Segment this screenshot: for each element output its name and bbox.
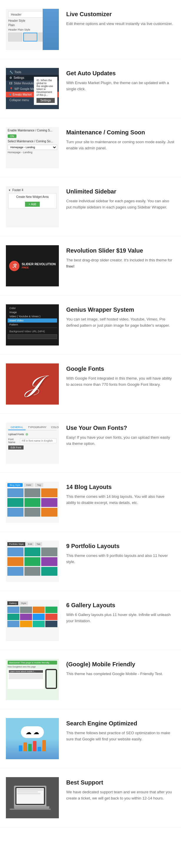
feature-content-portfolio: 9 Portfolio Layouts This theme comes wit… <box>66 541 175 565</box>
portfolio-thumb <box>24 567 40 576</box>
header-style-label: Header Style <box>8 19 32 22</box>
bar-3 <box>28 744 32 751</box>
font-name-input[interactable] <box>20 438 57 443</box>
homepage-option: Homepage - Landing <box>8 151 57 154</box>
blog-tab-date[interactable]: Date <box>24 483 34 487</box>
add-btn[interactable]: + Add <box>25 202 40 207</box>
feature-seo: ☁ ☁ Search Engine Optimized This theme f… <box>0 709 181 768</box>
tab-general[interactable]: GENERAL <box>8 425 26 430</box>
feature-blog-layouts: Blog Style Date Tag 14 Blog Layouts This… <box>0 473 181 532</box>
feature-title: Use Your Own Fonts? <box>66 424 175 432</box>
feature-content-gallery: 6 Gallery Layouts With 6 Gallery layouts… <box>66 600 175 624</box>
port-tab-edit[interactable]: Edit <box>26 542 34 546</box>
feature-image-blog: Blog Style Date Tag <box>6 482 59 523</box>
feature-genius-wrapper: Color Image Video ( Youtube & Vimeo ) In… <box>0 296 181 354</box>
edit-font-btn[interactable]: Edit Font <box>8 445 24 450</box>
feature-image-google-fonts: 𝒥 <box>6 364 59 405</box>
feature-unlimited-sidebar: ▼ Footer 4 Create New Widget Area + Add … <box>0 177 181 237</box>
tab-typography[interactable]: TYPOGRAPHY <box>26 425 49 430</box>
feature-image-seo: ☁ ☁ <box>6 718 59 759</box>
port-tab-tab[interactable]: Tab <box>35 542 42 546</box>
blog-tab-style[interactable]: Blog Style <box>7 483 23 487</box>
font-name-label: Font Name <box>8 438 19 444</box>
blog-thumb <box>7 488 24 497</box>
blog-tab-tag[interactable]: Tag <box>35 483 43 487</box>
feature-content-google-fonts: Google Fonts With Google Font integrated… <box>66 364 175 388</box>
feature-image-maintenance: Enable Maintenance / Coming S... ON Sele… <box>6 127 59 168</box>
cloud-icon: ☁ ☁ <box>21 726 44 738</box>
feature-image-revolution: ℛ SLIDER REVOLUTION FREE <box>6 245 59 286</box>
gallery-thumb <box>33 607 45 613</box>
gallery-thumb <box>45 614 57 620</box>
tab-color[interactable]: COLOR <box>49 425 59 430</box>
mobile-col-left: Learn more about mobile f... <box>8 669 44 689</box>
portfolio-thumb <box>24 557 40 566</box>
gallery-image-grid <box>7 607 57 627</box>
portfolio-thumb <box>7 557 24 566</box>
feature-title: Google Fonts <box>66 365 175 373</box>
feature-content-seo: Search Engine Optimized This theme follo… <box>66 718 175 742</box>
mode-select[interactable]: Homepage - Landing <box>8 145 57 150</box>
gallery-tabs: Gallery Style <box>7 601 57 605</box>
feature-desc: With 6 Gallery layouts plus 11 hover sty… <box>66 612 175 624</box>
feature-content-mobile: (Google) Mobile Friendly This theme has … <box>66 659 175 677</box>
feature-title: Get Auto Updates <box>66 69 175 77</box>
feature-desc: With Google Font integrated in this them… <box>66 375 175 388</box>
feature-desc: This theme comes with 9 portfolio layout… <box>66 553 175 565</box>
wrapper-url-input[interactable] <box>8 334 57 339</box>
feature-image-portfolio: Portfolio Style Edit Tab <box>6 541 59 582</box>
blog-tabs: Blog Style Date Tag <box>7 483 57 487</box>
portfolio-image-grid <box>7 548 57 576</box>
google-fonts-letter: 𝒥 <box>26 372 38 396</box>
portfolio-thumb <box>7 567 24 576</box>
portfolio-thumb <box>41 548 57 556</box>
mode-label: Select Maintenance / Coming So... <box>8 140 57 143</box>
port-tab-style[interactable]: Portfolio Style <box>7 542 25 546</box>
feature-desc: Edit theme options and view result insta… <box>66 21 175 27</box>
feature-desc: This theme comes with 14 blog layouts. Y… <box>66 494 175 506</box>
wrapper-item-color: Color <box>8 306 57 310</box>
feature-content-wrapper: Genius Wrapper System You can set image,… <box>66 304 175 329</box>
feature-content-revolution: Revolution Slider $19 Value The best dra… <box>66 245 175 270</box>
bar-1 <box>19 745 22 751</box>
blog-thumb <box>41 498 57 507</box>
portfolio-tabs: Portfolio Style Edit Tab <box>7 542 57 546</box>
feature-desc: With Envato Market Plugin, the theme can… <box>66 80 175 92</box>
feature-title: 14 Blog Layouts <box>66 483 175 491</box>
feature-desc: The best drag-drop slider creator. It's … <box>66 257 175 270</box>
enable-label: Enable Maintenance / Coming S... <box>8 129 52 132</box>
gallery-thumb <box>7 614 20 620</box>
portfolio-thumb <box>24 548 40 556</box>
upload-icon: ⊕ <box>25 432 28 436</box>
feature-title: Revolution Slider $19 Value <box>66 247 175 254</box>
feature-gallery-layouts: Gallery Style 6 Gallery Layouts With 6 G… <box>0 591 181 650</box>
feature-content-blog: 14 Blog Layouts This theme comes with 14… <box>66 482 175 506</box>
gallery-thumb <box>20 607 32 613</box>
wrapper-url-label: Background Video URL (MP4) <box>8 329 57 334</box>
gallery-thumb <box>45 607 57 613</box>
feature-portfolio-layouts: Portfolio Style Edit Tab 9 Portfolio Lay… <box>0 532 181 591</box>
feature-content-sidebar: Unlimited Sidebar Create individual side… <box>66 186 175 211</box>
create-widget-area: Create New Widget Area + Add <box>8 193 57 209</box>
feature-image-support <box>6 777 59 818</box>
feature-live-customizer: Header ▼ Header Style Plain ▼ Header Pla… <box>0 0 181 59</box>
blog-thumb <box>24 508 40 517</box>
fonts-tab-bar: GENERAL TYPOGRAPHY COLOR WID... <box>8 425 57 431</box>
feature-content-auto-updates: Get Auto Updates With Envato Market Plug… <box>66 68 175 92</box>
gallery-thumb <box>33 614 45 620</box>
blog-thumb <box>7 498 24 507</box>
feature-image-sidebar: ▼ Footer 4 Create New Widget Area + Add <box>6 186 59 227</box>
settings-btn[interactable]: Settings <box>36 98 55 103</box>
toggle-btn[interactable]: ON <box>8 134 17 138</box>
portfolio-thumb <box>7 548 24 556</box>
footer-label: Footer 4 <box>12 188 23 192</box>
gallery-thumb <box>7 607 20 613</box>
gallery-tab-gallery[interactable]: Gallery <box>7 601 18 605</box>
feature-content-custom-fonts: Use Your Own Fonts? Easy! If you have yo… <box>66 423 175 447</box>
feature-title: Search Engine Optimized <box>66 719 175 727</box>
gallery-tab-style[interactable]: Style <box>19 601 28 605</box>
feature-google-fonts: 𝒥 Google Fonts With Google Font integrat… <box>0 354 181 414</box>
feature-title: Unlimited Sidebar <box>66 188 175 195</box>
plain-label: Plain <box>8 24 32 27</box>
blog-thumb <box>24 488 40 497</box>
